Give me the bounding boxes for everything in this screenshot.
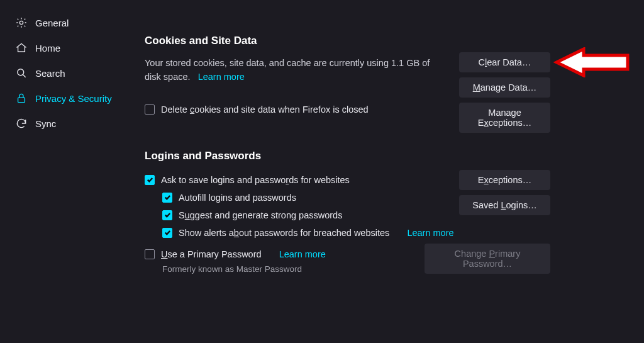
sidebar-item-general[interactable]: General	[0, 11, 126, 34]
gear-icon	[15, 16, 28, 29]
breach-alerts-label: Show alerts about passwords for breached…	[179, 228, 389, 238]
autofill-checkbox[interactable]	[162, 193, 172, 203]
delete-on-close-row[interactable]: Delete cookies and site data when Firefo…	[145, 101, 629, 118]
svg-point-0	[19, 21, 23, 24]
autofill-label: Autofill logins and passwords	[179, 193, 296, 203]
sync-icon	[15, 117, 28, 130]
suggest-passwords-checkbox[interactable]	[162, 210, 172, 220]
suggest-passwords-row[interactable]: Suggest and generate strong passwords	[145, 206, 629, 224]
cookies-buttons: Clear Data… Manage Data… Manage Exceptio…	[459, 52, 550, 138]
breach-learn-more-link[interactable]: Learn more	[407, 228, 453, 238]
primary-password-checkbox[interactable]	[145, 249, 155, 259]
logins-title: Logins and Passwords	[145, 150, 629, 162]
svg-rect-2	[18, 98, 25, 103]
sidebar-item-search[interactable]: Search	[0, 62, 126, 84]
svg-point-1	[18, 69, 24, 76]
cookies-section: Cookies and Site Data Your stored cookie…	[145, 35, 629, 118]
breach-alerts-row[interactable]: Show alerts about passwords for breached…	[145, 224, 629, 242]
primary-password-label: Use a Primary Password	[161, 249, 262, 259]
logins-section: Logins and Passwords Exceptions… Saved L…	[145, 150, 629, 274]
preferences-content: Cookies and Site Data Your stored cookie…	[145, 35, 629, 305]
ask-to-save-checkbox[interactable]	[145, 175, 155, 185]
delete-on-close-label: Delete cookies and site data when Firefo…	[161, 104, 369, 115]
breach-alerts-checkbox[interactable]	[162, 228, 172, 238]
sidebar-item-privacy-security[interactable]: Privacy & Security	[0, 87, 126, 110]
sidebar-item-label: Sync	[35, 118, 56, 129]
logins-exceptions-button[interactable]: Exceptions…	[459, 170, 550, 190]
manage-exceptions-button[interactable]: Manage Exceptions…	[459, 103, 550, 133]
suggest-passwords-label: Suggest and generate strong passwords	[179, 210, 342, 220]
logins-buttons: Exceptions… Saved Logins…	[459, 170, 550, 220]
primary-password-subnote: Formerly known as Master Password	[145, 264, 629, 274]
sidebar-item-sync[interactable]: Sync	[0, 112, 126, 135]
sidebar-item-label: General	[35, 18, 69, 28]
delete-on-close-checkbox[interactable]	[145, 104, 155, 115]
preferences-sidebar: General Home Search Privacy & Security S…	[0, 0, 126, 137]
clear-data-button[interactable]: Clear Data…	[459, 52, 550, 72]
change-primary-wrapper: Change Primary Password…	[425, 244, 550, 279]
home-icon	[15, 42, 28, 54]
saved-logins-button[interactable]: Saved Logins…	[459, 195, 550, 215]
sidebar-item-label: Search	[35, 68, 65, 79]
cookies-title: Cookies and Site Data	[145, 35, 629, 47]
sidebar-item-home[interactable]: Home	[0, 37, 126, 59]
sidebar-item-label: Home	[35, 43, 60, 53]
primary-learn-more-link[interactable]: Learn more	[279, 249, 326, 259]
autofill-row[interactable]: Autofill logins and passwords	[145, 189, 629, 206]
ask-to-save-row[interactable]: Ask to save logins and passwords for web…	[145, 171, 629, 189]
cookies-learn-more-link[interactable]: Learn more	[198, 72, 245, 82]
search-icon	[15, 67, 28, 79]
sidebar-item-label: Privacy & Security	[35, 93, 112, 104]
primary-password-row[interactable]: Use a Primary Password Learn more	[145, 245, 629, 263]
change-primary-password-button: Change Primary Password…	[425, 244, 550, 274]
lock-icon	[15, 92, 28, 104]
manage-data-button[interactable]: Manage Data…	[459, 77, 550, 98]
ask-to-save-label: Ask to save logins and passwords for web…	[161, 175, 350, 185]
cookies-description: Your stored cookies, site data, and cach…	[145, 56, 434, 84]
